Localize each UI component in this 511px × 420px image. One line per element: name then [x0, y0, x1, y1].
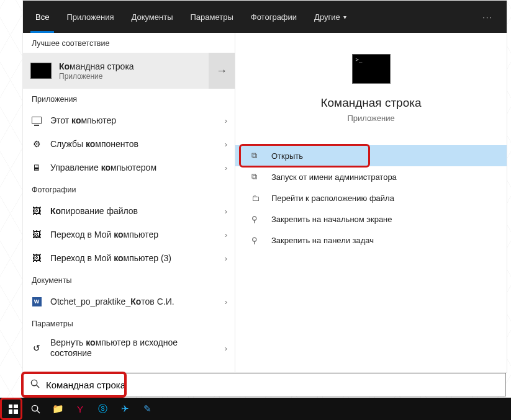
preview-actions: ⧉ Открыть ⧉ Запуск от имени администрато…	[235, 145, 507, 251]
expand-arrow-button[interactable]: →	[209, 53, 235, 89]
result-document-otchet[interactable]: W Otchet_po_praktike_Котов С.И. ›	[23, 290, 235, 313]
tab-apps[interactable]: Приложения	[58, 1, 122, 33]
svg-point-0	[31, 380, 37, 385]
best-match-item[interactable]: Командная строка Приложение →	[23, 53, 235, 89]
image-icon: 🖼	[30, 228, 43, 241]
preview-subtitle: Приложение	[235, 114, 507, 123]
pin-icon: ⚲	[251, 215, 263, 224]
cmd-icon	[30, 63, 52, 79]
section-best-match: Лучшее соответствие	[23, 33, 235, 53]
image-icon: 🖼	[30, 252, 43, 264]
chevron-right-icon: ›	[225, 344, 227, 353]
result-this-pc[interactable]: Этот компьютер ›	[23, 109, 235, 132]
taskbar-search-button[interactable]	[25, 400, 46, 418]
chevron-right-icon: ›	[225, 140, 227, 149]
chevron-right-icon: ›	[225, 230, 227, 239]
tab-parameters[interactable]: Параметры	[181, 1, 242, 33]
result-goto-mycomputer[interactable]: 🖼 Переход в Мой компьютер ›	[23, 223, 235, 246]
tab-other[interactable]: Другие▾	[305, 1, 355, 33]
svg-line-1	[37, 385, 39, 387]
start-button[interactable]	[2, 400, 24, 418]
open-icon: ⧉	[251, 151, 263, 161]
best-match-subtitle: Приложение	[59, 72, 134, 81]
taskbar-telegram[interactable]: ✈	[114, 400, 135, 418]
folder-icon: 🗀	[251, 194, 263, 203]
result-computer-management[interactable]: 🖥 Управление компьютером ›	[23, 156, 235, 179]
search-panel: Все Приложения Документы Параметры Фотог…	[22, 0, 507, 373]
search-icon	[30, 379, 40, 391]
taskbar-yandex[interactable]: Y	[70, 400, 91, 418]
reset-icon: ↺	[30, 342, 43, 354]
taskbar-skype[interactable]: ⓢ	[92, 400, 113, 418]
svg-point-2	[32, 405, 37, 411]
search-bar[interactable]	[22, 373, 506, 396]
action-open-location[interactable]: 🗀 Перейти к расположению файла	[235, 187, 507, 208]
admin-icon: ⧉	[251, 172, 263, 182]
filter-tabs: Все Приложения Документы Параметры Фотог…	[23, 1, 507, 33]
svg-line-3	[37, 410, 39, 413]
action-open[interactable]: ⧉ Открыть	[235, 145, 507, 166]
taskbar-explorer[interactable]: 📁	[47, 400, 68, 418]
chevron-right-icon: ›	[225, 116, 227, 125]
services-icon: ⚙	[30, 138, 43, 150]
image-icon: 🖼	[30, 205, 43, 217]
action-run-as-admin[interactable]: ⧉ Запуск от имени администратора	[235, 166, 507, 187]
result-component-services[interactable]: ⚙ Службы компонентов ›	[23, 132, 235, 156]
pc-icon	[30, 114, 43, 127]
tab-all[interactable]: Все	[27, 1, 58, 33]
search-input[interactable]	[46, 380, 498, 390]
section-params: Параметры	[23, 313, 235, 333]
taskbar-app[interactable]: ✎	[137, 400, 158, 418]
chevron-right-icon: ›	[225, 207, 227, 216]
taskbar: 📁 Y ⓢ ✈ ✎	[0, 398, 511, 420]
pin-icon: ⚲	[251, 236, 263, 245]
chevron-right-icon: ›	[225, 163, 227, 172]
section-documents: Документы	[23, 270, 235, 290]
section-apps: Приложения	[23, 89, 235, 109]
tab-documents[interactable]: Документы	[122, 1, 181, 33]
management-icon: 🖥	[30, 161, 43, 174]
result-goto-mycomputer-3[interactable]: 🖼 Переход в Мой компьютер (3) ›	[23, 246, 235, 270]
more-button[interactable]: ···	[473, 12, 503, 22]
chevron-down-icon: ▾	[343, 14, 346, 20]
preview-cmd-icon	[352, 54, 391, 84]
tab-photos[interactable]: Фотографии	[242, 1, 305, 33]
action-pin-taskbar[interactable]: ⚲ Закрепить на панели задач	[235, 230, 507, 251]
word-icon: W	[30, 295, 43, 308]
action-pin-start[interactable]: ⚲ Закрепить на начальном экране	[235, 208, 507, 230]
preview-column: Командная строка Приложение ⧉ Открыть ⧉ …	[235, 33, 507, 372]
section-photos: Фотографии	[23, 179, 235, 199]
result-copy-files[interactable]: 🖼 Копирование файлов ›	[23, 199, 235, 223]
preview-title: Командная строка	[235, 96, 507, 110]
result-reset-pc[interactable]: ↺ Вернуть компьютер в исходноесостояние …	[23, 333, 235, 363]
results-column: Лучшее соответствие Командная строка При…	[23, 33, 235, 372]
chevron-right-icon: ›	[225, 297, 227, 306]
best-match-title: Командная строка	[59, 61, 134, 71]
chevron-right-icon: ›	[225, 254, 227, 263]
